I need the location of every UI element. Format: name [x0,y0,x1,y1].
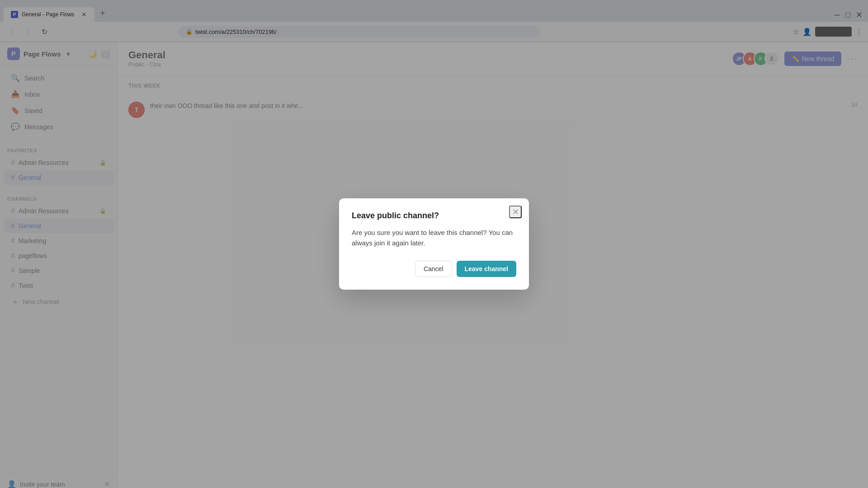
modal-backdrop: Leave public channel? ✕ Are you sure you… [0,0,868,488]
modal-actions: Cancel Leave channel [352,261,516,277]
modal-body: Are you sure you want to leave this chan… [352,228,516,248]
modal-close-button[interactable]: ✕ [509,206,522,218]
modal-title: Leave public channel? [352,211,516,221]
leave-channel-button[interactable]: Leave channel [457,261,517,277]
leave-channel-modal: Leave public channel? ✕ Are you sure you… [339,198,529,290]
cancel-button[interactable]: Cancel [415,261,452,277]
